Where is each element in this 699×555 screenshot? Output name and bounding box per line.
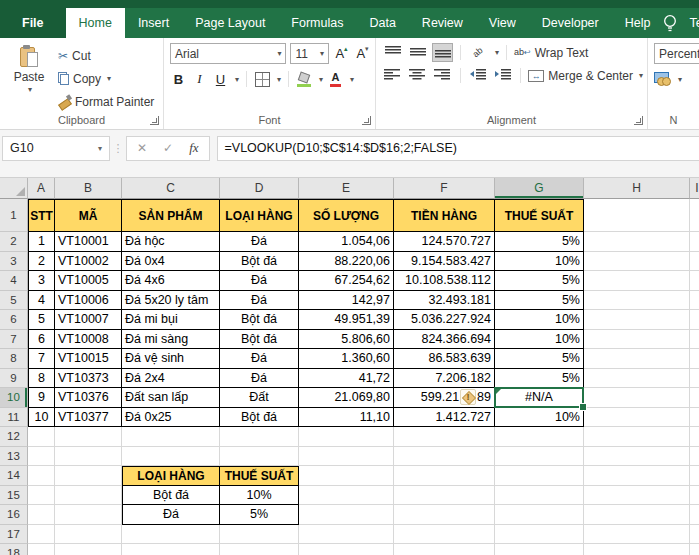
cell-F7[interactable]: 824.366.694 <box>394 330 495 350</box>
cell-H10[interactable] <box>584 388 690 408</box>
cell-B17[interactable] <box>55 525 122 545</box>
cell-F4[interactable]: 10.108.538.112 <box>394 271 495 291</box>
cell-B8[interactable]: VT10015 <box>55 349 122 369</box>
clipboard-dialog-launcher-icon[interactable] <box>150 116 159 125</box>
row-header-5[interactable]: 5 <box>0 291 28 311</box>
cell-E8[interactable]: 1.360,60 <box>299 349 394 369</box>
cell-E18[interactable] <box>299 544 394 555</box>
row-header-9[interactable]: 9 <box>0 369 28 389</box>
cell-G16[interactable] <box>495 505 584 525</box>
insert-function-icon[interactable]: fx <box>189 140 198 156</box>
cell-I6[interactable] <box>690 310 699 330</box>
select-all-corner[interactable] <box>0 178 28 199</box>
cell-H17[interactable] <box>584 525 690 545</box>
tab-view[interactable]: View <box>476 8 529 38</box>
accounting-format-button[interactable] <box>654 69 672 89</box>
cell-C10[interactable]: Đất san lấp <box>122 388 220 408</box>
cell-A8[interactable]: 7 <box>28 349 55 369</box>
cell-H18[interactable] <box>584 544 690 555</box>
increase-indent-button[interactable] <box>492 66 513 85</box>
cell-D4[interactable]: Đá <box>220 271 299 291</box>
cell-C4[interactable]: Đá 4x6 <box>122 271 220 291</box>
cell-F5[interactable]: 32.493.181 <box>394 291 495 311</box>
cell-F13[interactable] <box>394 447 495 467</box>
tab-home[interactable]: Home <box>66 8 125 38</box>
fill-handle[interactable] <box>579 403 587 411</box>
cell-C2[interactable]: Đá hộc <box>122 232 220 252</box>
underline-button[interactable]: U <box>212 69 229 89</box>
formula-input[interactable]: =VLOOKUP(D10;$C$14:$D$16;2;FALSE) <box>217 136 699 161</box>
cell-H5[interactable] <box>584 291 690 311</box>
error-options-button[interactable]: ! <box>460 389 476 405</box>
cell-H13[interactable] <box>584 447 690 467</box>
row-header-12[interactable]: 12 <box>0 427 28 447</box>
cell-H3[interactable] <box>584 252 690 272</box>
cell-D6[interactable]: Bột đá <box>220 310 299 330</box>
cell-I1[interactable] <box>690 199 699 232</box>
cell-D3[interactable]: Bột đá <box>220 252 299 272</box>
row-header-6[interactable]: 6 <box>0 310 28 330</box>
cell-E15[interactable] <box>299 486 394 506</box>
cell-D13[interactable] <box>220 447 299 467</box>
cell-F16[interactable] <box>394 505 495 525</box>
row-header-8[interactable]: 8 <box>0 349 28 369</box>
cell-F10[interactable]: 599.21!89 <box>394 388 495 408</box>
align-right-button[interactable] <box>432 66 453 85</box>
cell-B3[interactable]: VT10002 <box>55 252 122 272</box>
cell-D18[interactable] <box>220 544 299 555</box>
cell-F1[interactable]: TIỀN HÀNG <box>394 199 495 232</box>
cell-I4[interactable] <box>690 271 699 291</box>
cell-H7[interactable] <box>584 330 690 350</box>
cell-G11[interactable]: 10% <box>495 408 584 428</box>
cell-A4[interactable]: 3 <box>28 271 55 291</box>
column-header-G[interactable]: G <box>495 178 584 199</box>
cell-D9[interactable]: Đá <box>220 369 299 389</box>
cell-F14[interactable] <box>394 466 495 486</box>
cell-I17[interactable] <box>690 525 699 545</box>
align-left-button[interactable] <box>382 66 403 85</box>
row-header-7[interactable]: 7 <box>0 330 28 350</box>
cell-G6[interactable]: 10% <box>495 310 584 330</box>
cell-C6[interactable]: Đá mi bụi <box>122 310 220 330</box>
cell-H12[interactable] <box>584 427 690 447</box>
cell-D11[interactable]: Bột đá <box>220 408 299 428</box>
cell-C7[interactable]: Đá mi sàng <box>122 330 220 350</box>
cell-G1[interactable]: THUẾ SUẤT <box>495 199 584 232</box>
cell-H4[interactable] <box>584 271 690 291</box>
cell-A7[interactable]: 6 <box>28 330 55 350</box>
cell-I14[interactable] <box>690 466 699 486</box>
cell-I3[interactable] <box>690 252 699 272</box>
cell-I18[interactable] <box>690 544 699 555</box>
cell-I7[interactable] <box>690 330 699 350</box>
top-align-button[interactable] <box>382 43 403 62</box>
tab-review[interactable]: Review <box>409 8 476 38</box>
cell-A6[interactable]: 5 <box>28 310 55 330</box>
cell-A14[interactable] <box>28 466 55 486</box>
cell-D17[interactable] <box>220 525 299 545</box>
cell-B1[interactable]: MÃ <box>55 199 122 232</box>
cell-I10[interactable] <box>690 388 699 408</box>
cell-A11[interactable]: 10 <box>28 408 55 428</box>
cell-E9[interactable]: 41,72 <box>299 369 394 389</box>
row-header-17[interactable]: 17 <box>0 525 28 545</box>
cell-D5[interactable]: Đá <box>220 291 299 311</box>
cell-B7[interactable]: VT10008 <box>55 330 122 350</box>
format-painter-button[interactable]: Format Painter <box>58 92 154 111</box>
cell-B5[interactable]: VT10006 <box>55 291 122 311</box>
column-header-B[interactable]: B <box>55 178 122 199</box>
paste-button[interactable]: Paste ▾ <box>6 43 52 111</box>
decrease-font-size-button[interactable]: A▾ <box>354 44 371 64</box>
cell-C1[interactable]: SẢN PHẨM <box>122 199 220 232</box>
cell-H16[interactable] <box>584 505 690 525</box>
row-header-2[interactable]: 2 <box>0 232 28 252</box>
column-header-H[interactable]: H <box>584 178 690 199</box>
cell-F18[interactable] <box>394 544 495 555</box>
increase-font-size-button[interactable]: A▴ <box>333 44 350 64</box>
middle-align-button[interactable] <box>407 43 428 62</box>
cell-F2[interactable]: 124.570.727 <box>394 232 495 252</box>
cell-H11[interactable] <box>584 408 690 428</box>
enter-icon[interactable]: ✓ <box>163 141 173 155</box>
column-header-D[interactable]: D <box>220 178 299 199</box>
cell-A5[interactable]: 4 <box>28 291 55 311</box>
cell-A16[interactable] <box>28 505 55 525</box>
